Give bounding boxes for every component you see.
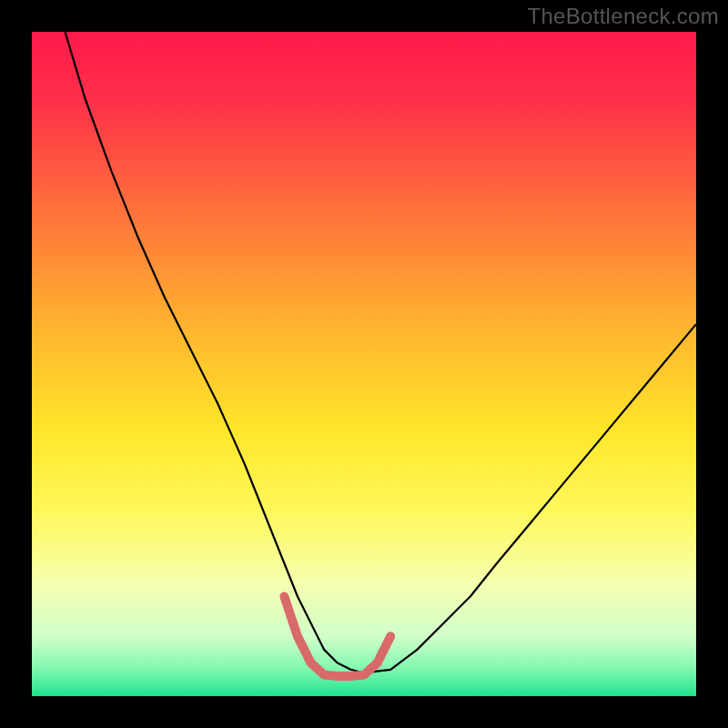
- chart-frame: TheBottleneck.com: [0, 0, 728, 728]
- svg-rect-0: [32, 32, 696, 696]
- chart-svg: [32, 32, 696, 696]
- plot-area: [32, 32, 696, 696]
- watermark-text: TheBottleneck.com: [527, 4, 719, 29]
